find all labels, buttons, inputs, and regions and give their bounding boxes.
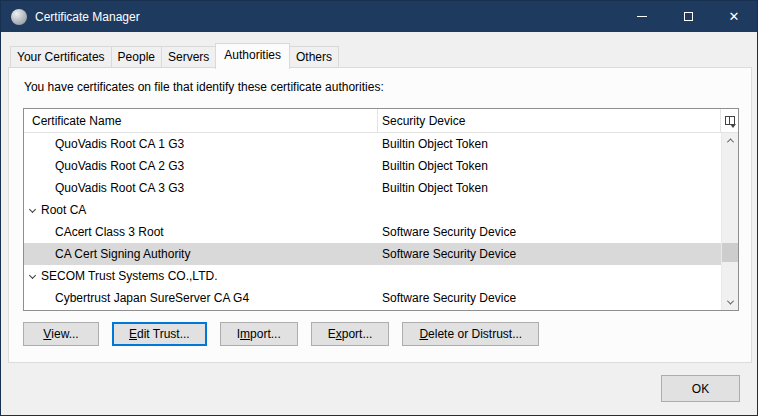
scrollbar-thumb[interactable] <box>722 243 738 262</box>
window-title: Certificate Manager <box>35 10 140 24</box>
group-label: Root CA <box>41 203 86 217</box>
tab-strip: Your Certificates People Servers Authori… <box>10 43 338 68</box>
maximize-icon <box>684 12 693 21</box>
edit-trust-button[interactable]: Edit Trust... <box>112 322 207 346</box>
security-device-cell: Builtin Object Token <box>378 137 721 151</box>
label-accel: m <box>240 327 250 341</box>
chevron-down-icon[interactable] <box>29 205 36 212</box>
table-row-selected[interactable]: CA Cert Signing Authority Software Secur… <box>24 243 721 265</box>
table-row[interactable]: QuoVadis Root CA 2 G3 Builtin Object Tok… <box>24 155 721 177</box>
table-header: Certificate Name Security Device <box>24 109 738 133</box>
export-button[interactable]: Export... <box>311 322 390 346</box>
titlebar[interactable]: Certificate Manager ✕ <box>1 1 757 32</box>
cert-name-cell: CAcert Class 3 Root <box>24 225 378 239</box>
import-button[interactable]: Import... <box>220 322 298 346</box>
chevron-down-icon[interactable] <box>29 271 36 278</box>
intro-text: You have certificates on file that ident… <box>24 80 384 94</box>
authorities-tab-panel: You have certificates on file that ident… <box>8 67 752 363</box>
app-globe-icon <box>11 9 27 25</box>
label-post: dit Trust... <box>137 327 190 341</box>
security-device-cell: Software Security Device <box>378 247 721 261</box>
column-picker-icon <box>725 116 735 125</box>
security-device-cell: Builtin Object Token <box>378 181 721 195</box>
column-picker-button[interactable] <box>720 109 738 132</box>
label-pre: E <box>328 327 336 341</box>
cert-name-cell: QuoVadis Root CA 2 G3 <box>24 159 378 173</box>
label-post: elete or Distrust... <box>428 327 522 341</box>
group-label: SECOM Trust Systems CO.,LTD. <box>41 269 217 283</box>
label-post: port... <box>342 327 373 341</box>
table-row[interactable]: CAcert Class 3 Root Software Security De… <box>24 221 721 243</box>
maximize-button[interactable] <box>665 1 711 32</box>
security-device-cell: Software Security Device <box>378 225 721 239</box>
column-header-certificate-name[interactable]: Certificate Name <box>24 109 378 132</box>
table-row[interactable]: Cybertrust Japan SureServer CA G4 Softwa… <box>24 287 721 309</box>
label-post: iew... <box>51 327 78 341</box>
scroll-up-icon <box>727 138 734 145</box>
label-accel: D <box>419 327 428 341</box>
tab-authorities[interactable]: Authorities <box>215 43 290 69</box>
certificate-manager-window: Certificate Manager ✕ Your Certificates … <box>0 0 758 416</box>
window-controls: ✕ <box>619 1 757 32</box>
table-row-group[interactable]: SECOM Trust Systems CO.,LTD. <box>24 265 721 287</box>
cert-name-cell: QuoVadis Root CA 3 G3 <box>24 181 378 195</box>
group-name-cell: Root CA <box>24 203 378 217</box>
minimize-icon <box>637 16 647 17</box>
scroll-down-button[interactable] <box>722 295 738 310</box>
tab-servers[interactable]: Servers <box>161 46 216 68</box>
table-body: QuoVadis Root CA 1 G3 Builtin Object Tok… <box>24 133 738 310</box>
table-row[interactable]: QuoVadis Root CA 3 G3 Builtin Object Tok… <box>24 177 721 199</box>
label-accel: E <box>129 327 137 341</box>
group-name-cell: SECOM Trust Systems CO.,LTD. <box>24 269 378 283</box>
scroll-down-icon <box>727 298 734 305</box>
cert-name-cell: CA Cert Signing Authority <box>24 247 378 261</box>
certificates-table: Certificate Name Security Device QuoVadi… <box>23 108 739 311</box>
security-device-cell: Software Security Device <box>378 291 721 305</box>
table-row-group[interactable]: Root CA <box>24 199 721 221</box>
vertical-scrollbar[interactable] <box>721 133 738 310</box>
minimize-button[interactable] <box>619 1 665 32</box>
delete-or-distrust-button[interactable]: Delete or Distrust... <box>402 322 539 346</box>
column-header-security-device[interactable]: Security Device <box>378 109 720 132</box>
scroll-up-button[interactable] <box>722 133 738 148</box>
label-post: port... <box>250 327 281 341</box>
table-rows: QuoVadis Root CA 1 G3 Builtin Object Tok… <box>24 133 721 310</box>
table-row[interactable]: QuoVadis Root CA 1 G3 Builtin Object Tok… <box>24 133 721 155</box>
tab-people[interactable]: People <box>111 46 162 68</box>
ok-button[interactable]: OK <box>661 375 740 402</box>
action-buttons: View... Edit Trust... Import... Export..… <box>23 322 539 346</box>
cert-name-cell: Cybertrust Japan SureServer CA G4 <box>24 291 378 305</box>
tab-your-certificates[interactable]: Your Certificates <box>10 46 112 68</box>
view-button[interactable]: View... <box>23 322 99 346</box>
close-button[interactable]: ✕ <box>711 1 757 32</box>
cert-name-cell: QuoVadis Root CA 1 G3 <box>24 137 378 151</box>
label-accel: V <box>43 327 51 341</box>
security-device-cell: Builtin Object Token <box>378 159 721 173</box>
close-icon: ✕ <box>729 10 740 23</box>
tab-others[interactable]: Others <box>289 46 339 68</box>
